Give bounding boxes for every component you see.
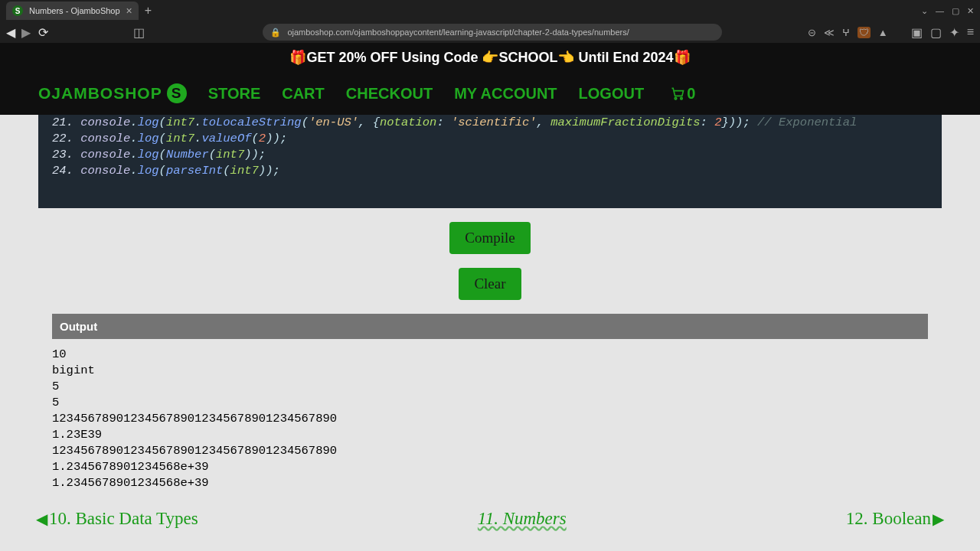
address-bar: ◀ ▶ ⟳ ◫ 🔒 ojamboshop.com/ojamboshoppayco… bbox=[0, 21, 980, 43]
back-icon[interactable]: ◀ bbox=[6, 25, 15, 40]
prev-chapter-label: 10. Basic Data Types bbox=[49, 509, 198, 529]
code-line: 22. console.log(int7.valueOf(2)); bbox=[52, 131, 928, 147]
chapter-nav: ◀ 10. Basic Data Types 11. Numbers 12. B… bbox=[36, 499, 944, 539]
warning-icon[interactable]: ▲ bbox=[878, 27, 888, 38]
content-area: 21. console.log(int7.toLocaleString('en-… bbox=[0, 115, 980, 539]
action-buttons: Compile Clear bbox=[38, 208, 942, 314]
menu-icon[interactable]: ≡ bbox=[967, 25, 974, 39]
nav-account[interactable]: MY ACCOUNT bbox=[454, 85, 557, 103]
browser-chrome: S Numbers - OjamboShop × + ⌄ — ▢ ✕ ◀ ▶ ⟳… bbox=[0, 0, 980, 43]
tab-title: Numbers - OjamboShop bbox=[29, 6, 120, 15]
svg-point-0 bbox=[675, 97, 677, 99]
output-panel: Output 10 bigint 5 5 1234567890123456789… bbox=[38, 314, 942, 499]
share-icon[interactable]: ≪ bbox=[824, 27, 835, 38]
right-toolbar: ▣ ▢ ✦ ≡ bbox=[911, 25, 974, 40]
cart-icon[interactable]: 0 bbox=[670, 85, 695, 103]
nav-logout[interactable]: LOGOUT bbox=[579, 85, 645, 103]
brand-logo[interactable]: OJAMBOSHOP S bbox=[38, 83, 187, 103]
window-controls: ⌄ — ▢ ✕ bbox=[921, 6, 974, 16]
new-tab-button[interactable]: + bbox=[145, 4, 152, 18]
code-line: 21. console.log(int7.toLocaleString('en-… bbox=[52, 115, 928, 131]
brand-name: OJAMBOSHOP bbox=[38, 84, 162, 103]
lock-icon: 🔒 bbox=[270, 28, 281, 37]
zoom-icon[interactable]: ⊝ bbox=[808, 27, 816, 38]
compile-button[interactable]: Compile bbox=[449, 222, 530, 254]
nav-arrows: ◀ ▶ bbox=[6, 25, 31, 40]
page-viewport: 🎁GET 20% OFF Using Code 👉SCHOOL👈 Until E… bbox=[0, 43, 980, 551]
shield-icon[interactable]: 🛡 bbox=[858, 27, 871, 38]
cart-count: 0 bbox=[687, 85, 695, 103]
minimize-icon[interactable]: — bbox=[936, 6, 944, 16]
bookmark-icon[interactable]: ◫ bbox=[133, 25, 145, 40]
close-icon[interactable]: × bbox=[126, 5, 132, 17]
promo-banner: 🎁GET 20% OFF Using Code 👉SCHOOL👈 Until E… bbox=[0, 43, 980, 72]
browser-tab[interactable]: S Numbers - OjamboShop × bbox=[6, 2, 139, 20]
output-header: Output bbox=[52, 314, 928, 339]
tab-bar: S Numbers - OjamboShop × + ⌄ — ▢ ✕ bbox=[0, 0, 980, 21]
nav-store[interactable]: STORE bbox=[208, 85, 261, 103]
current-chapter-link[interactable]: 11. Numbers bbox=[478, 509, 567, 529]
rss-icon[interactable]: ⵖ bbox=[842, 27, 850, 38]
code-line: 23. console.log(Number(int7)); bbox=[52, 147, 928, 163]
output-body: 10 bigint 5 5 12345678901234567890123456… bbox=[52, 339, 928, 499]
site-header: 🎁GET 20% OFF Using Code 👉SCHOOL👈 Until E… bbox=[0, 43, 980, 115]
code-editor[interactable]: 21. console.log(int7.toLocaleString('en-… bbox=[38, 115, 942, 208]
chevron-down-icon[interactable]: ⌄ bbox=[921, 6, 928, 16]
brand-icon: S bbox=[167, 83, 187, 103]
url-input[interactable]: 🔒 ojamboshop.com/ojamboshoppaycontent/le… bbox=[263, 24, 722, 41]
toolbar-icons: ⊝ ≪ ⵖ 🛡 ▲ bbox=[808, 27, 888, 38]
forward-icon[interactable]: ▶ bbox=[21, 25, 31, 40]
next-chapter-label: 12. Boolean bbox=[846, 509, 931, 529]
url-text: ojamboshop.com/ojamboshoppaycontent/lear… bbox=[287, 28, 629, 37]
next-chapter-link[interactable]: 12. Boolean ▶ bbox=[846, 509, 944, 529]
close-window-icon[interactable]: ✕ bbox=[967, 6, 974, 16]
reload-icon[interactable]: ⟳ bbox=[38, 25, 48, 40]
maximize-icon[interactable]: ▢ bbox=[952, 6, 959, 16]
clear-button[interactable]: Clear bbox=[459, 268, 521, 300]
nav-checkout[interactable]: CHECKOUT bbox=[346, 85, 433, 103]
triangle-right-icon: ▶ bbox=[933, 510, 944, 528]
triangle-left-icon: ◀ bbox=[36, 510, 47, 528]
panel-icon[interactable]: ▣ bbox=[911, 25, 923, 40]
prev-chapter-link[interactable]: ◀ 10. Basic Data Types bbox=[36, 509, 198, 529]
sparkle-icon[interactable]: ✦ bbox=[949, 25, 959, 40]
svg-point-1 bbox=[681, 97, 683, 99]
code-line: 24. console.log(parseInt(int7)); bbox=[52, 163, 928, 179]
reader-icon[interactable]: ▢ bbox=[930, 25, 942, 40]
tab-favicon: S bbox=[12, 5, 23, 16]
main-nav: OJAMBOSHOP S STORE CART CHECKOUT MY ACCO… bbox=[0, 72, 980, 115]
nav-cart[interactable]: CART bbox=[282, 85, 325, 103]
